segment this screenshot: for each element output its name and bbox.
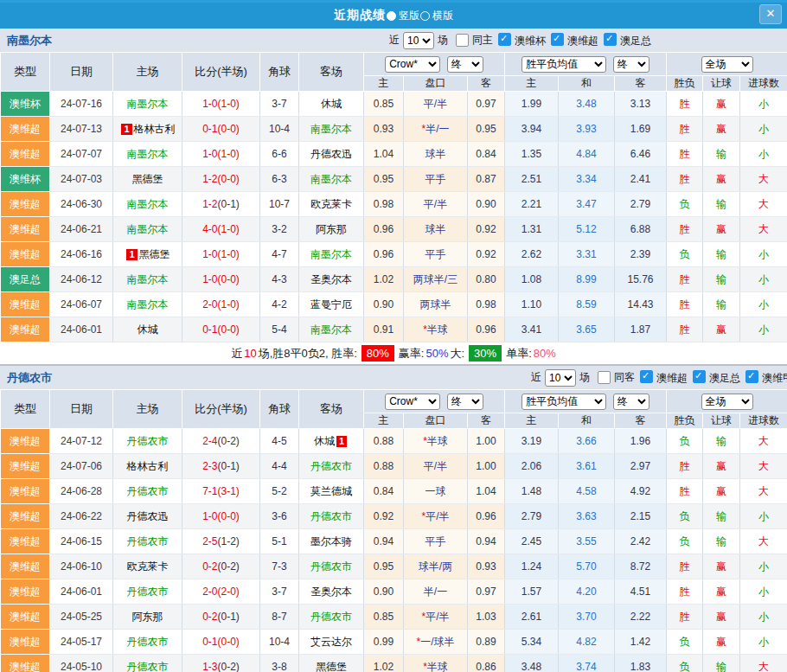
home-team-cell[interactable]: 休城 — [113, 317, 182, 342]
vertical-layout-radio[interactable] — [387, 11, 396, 21]
away-odds: 0.87 — [468, 167, 505, 192]
team-name[interactable]: 丹德农市 — [7, 370, 52, 386]
league-checkbox[interactable] — [498, 33, 511, 46]
handicap-line: 平手 — [425, 173, 446, 185]
avg-type-select[interactable]: 胜平负均值 — [521, 56, 606, 73]
same-venue-checkbox[interactable] — [456, 34, 469, 47]
corner-count: 3-6 — [260, 504, 299, 529]
handicap-result-flag: 赢 — [703, 630, 740, 655]
odds-stage-select[interactable]: 终 — [447, 394, 483, 410]
home-team-cell[interactable]: 阿东那 — [113, 605, 182, 630]
avg-home-odds: 1.99 — [505, 92, 559, 117]
avg-draw-odds: 8.99 — [559, 267, 615, 292]
league-checkbox[interactable] — [551, 33, 564, 46]
table-row: 澳维超 24-06-10 欧克莱卡 0-2(0-2) 7-3 丹德农市 0.95… — [1, 554, 787, 579]
home-team-cell[interactable]: 丹德农市 — [113, 655, 182, 672]
home-team-cell[interactable]: 欧克莱卡 — [113, 554, 182, 579]
away-team-cell[interactable]: 休城1 — [299, 429, 364, 454]
away-team-cell[interactable]: 阿东那 — [299, 217, 364, 242]
away-team-cell[interactable]: 休城 — [299, 92, 364, 117]
away-team-cell[interactable]: 圣奥尔本 — [299, 579, 364, 605]
home-team-cell[interactable]: 南墨尔本 — [113, 267, 182, 292]
result-flag: 负 — [667, 529, 703, 554]
avg-home-odds: 2.51 — [505, 167, 559, 192]
away-team-cell[interactable]: 丹德农市 — [299, 454, 364, 479]
matches-label: 场 — [438, 33, 448, 48]
home-team-cell[interactable]: 丹德农市 — [113, 630, 182, 655]
handicap-line: 半/一 — [425, 123, 449, 135]
away-team-cell[interactable]: 艾云达尔 — [299, 630, 364, 655]
handicap-result-flag: 赢 — [703, 117, 740, 142]
odds-stage-select[interactable]: 终 — [447, 56, 483, 73]
away-team-cell[interactable]: 丹德农市 — [299, 605, 364, 630]
home-team-cell[interactable]: 南墨尔本 — [113, 92, 182, 117]
match-date: 24-06-01 — [50, 317, 113, 342]
away-team-cell[interactable]: 丹德农迅 — [299, 142, 364, 167]
league-checkbox[interactable] — [693, 370, 706, 383]
home-team-cell[interactable]: 南墨尔本 — [113, 292, 182, 317]
away-team-cell[interactable]: 黑德堡 — [299, 655, 364, 672]
avg-draw-odds: 3.74 — [559, 655, 615, 672]
avg-stage-select[interactable]: 终 — [613, 56, 649, 73]
home-odds: 1.04 — [364, 142, 404, 167]
avg-type-select[interactable]: 胜平负均值 — [521, 394, 606, 410]
odds-company-select[interactable]: Crow* — [385, 56, 440, 73]
handicap-cell: *半/一 — [404, 117, 468, 142]
home-team-cell[interactable]: 南墨尔本 — [113, 192, 182, 217]
handicap-cell: 两球半 — [404, 292, 468, 317]
away-team-cell[interactable]: 南墨尔本 — [299, 117, 364, 142]
home-team-cell[interactable]: 1黑德堡 — [113, 242, 182, 267]
home-team-cell[interactable]: 格林古利 — [113, 454, 182, 479]
handicap-result-flag: 赢 — [703, 167, 740, 192]
league-checkbox[interactable] — [745, 370, 758, 383]
summary-token: 30% — [469, 345, 502, 362]
away-team-cell[interactable]: 圣奥尔本 — [299, 267, 364, 292]
away-team-cell[interactable]: 欧克莱卡 — [299, 192, 364, 217]
home-team-cell[interactable]: 丹德农市 — [113, 579, 182, 605]
league-checkbox[interactable] — [640, 370, 653, 383]
close-icon[interactable]: ✕ — [759, 4, 782, 24]
home-team-cell[interactable]: 南墨尔本 — [113, 142, 182, 167]
home-team-cell[interactable]: 丹德农迅 — [113, 504, 182, 529]
team-filter-row: 南墨尔本 近 10 场 同主 澳维杯澳维超澳足总 — [0, 29, 787, 52]
vertical-layout-label[interactable]: 竖版 — [399, 9, 419, 23]
league-checkbox[interactable] — [604, 33, 617, 46]
away-team-cell[interactable]: 莫兰德城 — [299, 479, 364, 504]
avg-stage-select[interactable]: 终 — [613, 394, 649, 410]
away-team-cell[interactable]: 南墨尔本 — [299, 317, 364, 342]
away-team-cell[interactable]: 南墨尔本 — [299, 167, 364, 192]
odds-company-select[interactable]: Crow* — [385, 394, 440, 410]
recent-count-select[interactable]: 10 — [545, 369, 576, 387]
away-team-cell[interactable]: 南墨尔本 — [299, 242, 364, 267]
home-team-cell[interactable]: 丹德农市 — [113, 529, 182, 554]
away-team-cell[interactable]: 墨尔本骑 — [299, 529, 364, 554]
horizontal-layout-label[interactable]: 横版 — [432, 9, 453, 23]
away-team-cell[interactable]: 蓝曼宁厄 — [299, 292, 364, 317]
home-team-cell[interactable]: 丹德农市 — [113, 429, 182, 454]
same-venue-checkbox[interactable] — [598, 371, 611, 384]
home-team-cell[interactable]: 黑德堡 — [113, 167, 182, 192]
home-team-cell[interactable]: 1格林古利 — [113, 117, 182, 142]
team-name[interactable]: 南墨尔本 — [7, 33, 52, 48]
home-team-cell[interactable]: 南墨尔本 — [113, 217, 182, 242]
result-flag: 胜 — [667, 267, 703, 292]
horizontal-layout-radio[interactable] — [420, 11, 430, 21]
scope-select[interactable]: 全场 — [701, 56, 753, 73]
away-team-cell[interactable]: 丹德农市 — [299, 554, 364, 579]
fulltime-score: 0-2 — [202, 560, 217, 573]
col-score: 比分(半场) — [182, 390, 260, 429]
table-row: 澳维超 24-06-15 丹德农市 2-5(1-2) 5-1 墨尔本骑 0.94… — [1, 529, 787, 554]
away-team-cell[interactable]: 丹德农市 — [299, 504, 364, 529]
recent-count-select[interactable]: 10 — [403, 32, 434, 49]
home-team-cell[interactable]: 丹德农市 — [113, 479, 182, 504]
halftime-score: (0-2) — [218, 560, 240, 573]
avg-draw-odds: 3.93 — [559, 117, 615, 142]
result-flag: 负 — [667, 429, 703, 454]
scope-select[interactable]: 全场 — [701, 394, 753, 410]
avg-home-odds: 3.41 — [505, 317, 559, 342]
result-flag: 胜 — [667, 605, 703, 630]
away-odds: 0.98 — [468, 292, 505, 317]
matches-table: 类型 日期 主场 比分(半场) 角球 客场 Crow* 终 胜平负均值 终 — [0, 52, 787, 342]
avg-header: 胜平负均值 终 — [505, 390, 667, 413]
handicap-cell: 半/一 — [404, 579, 468, 605]
